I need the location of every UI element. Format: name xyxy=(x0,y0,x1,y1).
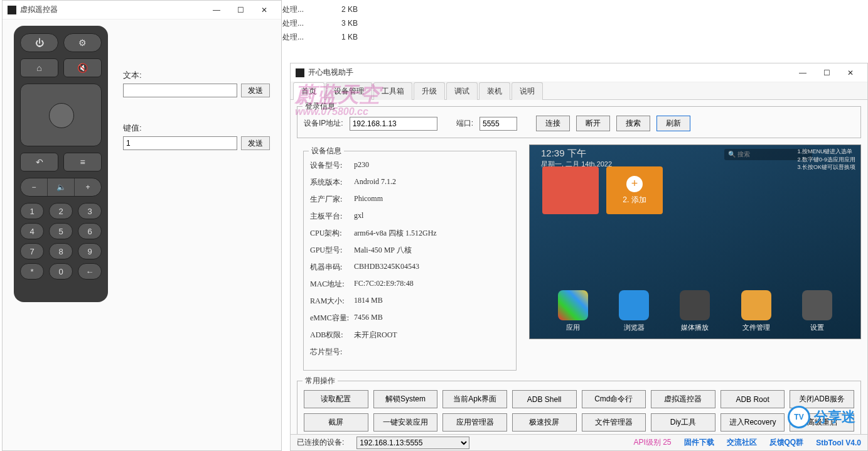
device-info-legend: 设备信息 xyxy=(309,146,344,156)
tab-toolbox[interactable]: 工具箱 xyxy=(373,82,412,100)
tab-debug[interactable]: 调试 xyxy=(446,82,478,100)
device-info-row: 芯片型号: xyxy=(310,347,510,357)
op-button-8[interactable]: 截屏 xyxy=(304,413,368,432)
numpad-0[interactable]: 0 xyxy=(49,263,73,280)
close-button[interactable]: ✕ xyxy=(839,63,862,82)
status-bar: 已连接的设备: 192.168.1.13:5555 API级别 25 固件下载 … xyxy=(291,434,867,450)
op-button-9[interactable]: 一键安装应用 xyxy=(373,413,438,432)
op-button-5[interactable]: 虚拟遥控器 xyxy=(651,390,715,408)
device-info-row: 机器串码:CBHDB3245K04543 xyxy=(310,262,510,273)
tab-upgrade[interactable]: 升级 xyxy=(414,82,445,100)
op-button-10[interactable]: 应用管理器 xyxy=(442,413,507,432)
dpad-ok-button[interactable] xyxy=(49,103,74,128)
login-group: 登录信息 设备IP地址: 端口: 连接 断开 搜索 刷新 xyxy=(297,106,861,138)
back-button[interactable]: ↶ xyxy=(20,153,58,171)
power-button[interactable]: ⏻ xyxy=(20,33,58,52)
numpad-2[interactable]: 2 xyxy=(49,203,73,219)
device-info-row: 主板平台:gxl xyxy=(310,211,510,222)
maximize-button[interactable]: ☐ xyxy=(228,1,252,19)
connect-button[interactable]: 连接 xyxy=(536,116,570,131)
tab-home[interactable]: 首页 xyxy=(293,82,324,100)
tab-help[interactable]: 说明 xyxy=(512,82,543,100)
home-button[interactable]: ⌂ xyxy=(20,58,58,77)
op-button-11[interactable]: 极速投屏 xyxy=(512,413,577,432)
op-button-14[interactable]: 进入Recovery xyxy=(721,413,785,432)
numpad-7[interactable]: 7 xyxy=(20,243,44,259)
op-button-1[interactable]: 解锁System xyxy=(373,390,438,408)
minimize-button[interactable]: — xyxy=(791,63,815,82)
device-info-row: 系统版本:Android 7.1.2 xyxy=(310,177,510,188)
op-button-2[interactable]: 当前Apk界面 xyxy=(442,390,507,408)
helper-titlebar[interactable]: 开心电视助手 — ☐ ✕ xyxy=(291,63,867,82)
maximize-button[interactable]: ☐ xyxy=(815,63,839,82)
connected-device-select[interactable]: 192.168.1.13:5555 xyxy=(356,437,469,449)
device-info-row: CPU架构:arm64-v8a 四核 1.512GHz xyxy=(310,228,510,239)
volume-down-button[interactable]: − xyxy=(21,178,47,196)
op-button-0[interactable]: 读取配置 xyxy=(304,390,368,408)
text-send-button[interactable]: 发送 xyxy=(241,84,270,97)
link-community[interactable]: 交流社区 xyxy=(727,437,757,448)
helper-title: 开心电视助手 xyxy=(308,67,791,78)
tv-helper-window: 开心电视助手 — ☐ ✕ 首页 设备管理 工具箱 升级 调试 装机 说明 登录信… xyxy=(290,63,868,451)
tile-add: + 2. 添加 xyxy=(606,166,663,214)
dpad[interactable] xyxy=(20,84,102,146)
numpad-9[interactable]: 9 xyxy=(78,243,102,259)
remote-title: 虚拟遥控器 xyxy=(20,4,205,15)
numpad-4[interactable]: 4 xyxy=(20,223,44,239)
link-firmware[interactable]: 固件下载 xyxy=(684,437,714,448)
ip-label: 设备IP地址: xyxy=(304,118,343,129)
share-watermark: TV 分享迷 xyxy=(788,406,855,428)
device-screenshot[interactable]: 12:39 下午 星期一, 二月 14th,2022 🔍 搜索 1.按MENU键… xyxy=(529,144,861,339)
op-button-3[interactable]: ADB Shell xyxy=(512,390,577,408)
numpad-6[interactable]: 6 xyxy=(78,223,102,239)
plus-icon: + xyxy=(626,176,643,192)
op-button-13[interactable]: Diy工具 xyxy=(651,413,715,432)
keycode-input[interactable] xyxy=(123,136,237,150)
numpad-backspace[interactable]: ← xyxy=(78,263,102,280)
text-input[interactable] xyxy=(123,84,237,97)
op-button-6[interactable]: ADB Root xyxy=(721,390,785,408)
refresh-button[interactable]: 刷新 xyxy=(656,116,690,131)
screenshot-dock: 应用 浏览器 媒体播放 文件管理 设置 xyxy=(530,290,860,332)
minimize-button[interactable]: — xyxy=(205,1,228,19)
tab-install[interactable]: 装机 xyxy=(479,82,510,100)
device-info-row: MAC地址:FC:7C:02:E9:78:48 xyxy=(310,279,510,290)
volume-bar: − 🔈 + xyxy=(20,178,102,197)
common-ops-group: 常用操作 读取配置解锁System当前Apk界面ADB ShellCmd命令行虚… xyxy=(297,381,861,438)
device-info-row: 设备型号:p230 xyxy=(310,160,510,171)
volume-up-button[interactable]: + xyxy=(74,178,101,196)
volume-icon[interactable]: 🔈 xyxy=(47,178,74,196)
device-info-row: GPU型号:Mali-450 MP 八核 xyxy=(310,245,510,256)
numpad-5[interactable]: 5 xyxy=(49,223,73,239)
port-label: 端口: xyxy=(456,118,473,129)
device-info-row: ADB权限:未开启ROOT xyxy=(310,330,510,340)
search-button[interactable]: 搜索 xyxy=(616,116,650,131)
close-button[interactable]: ✕ xyxy=(252,1,276,19)
device-info-row: eMMC容量:7456 MB xyxy=(310,313,510,323)
numpad-star[interactable]: * xyxy=(20,263,44,280)
menu-button[interactable]: ≡ xyxy=(63,153,102,171)
op-button-4[interactable]: Cmd命令行 xyxy=(582,390,646,408)
app-icon xyxy=(8,6,16,14)
connected-label: 已连接的设备: xyxy=(297,437,344,448)
ip-input[interactable] xyxy=(350,117,437,131)
numpad-1[interactable]: 1 xyxy=(20,203,44,219)
mute-button[interactable]: 🔇 xyxy=(63,58,102,77)
keycode-send-button[interactable]: 发送 xyxy=(241,136,270,150)
disconnect-button[interactable]: 断开 xyxy=(576,116,610,131)
port-input[interactable] xyxy=(480,117,517,131)
background-file-list: 处理...2 KB 处理...3 KB 处理...1 KB xyxy=(282,3,358,44)
numpad-8[interactable]: 8 xyxy=(49,243,73,259)
numpad-3[interactable]: 3 xyxy=(78,203,102,219)
app-icon xyxy=(296,68,304,77)
screenshot-clock: 12:39 下午 星期一, 二月 14th,2022 xyxy=(541,148,612,169)
login-legend: 登录信息 xyxy=(303,101,338,112)
keycode-label: 键值: xyxy=(123,122,270,134)
link-feedback[interactable]: 反馈QQ群 xyxy=(769,437,804,448)
op-button-12[interactable]: 文件管理器 xyxy=(582,413,646,432)
virtual-remote-window: 虚拟遥控器 — ☐ ✕ ⏻ ⚙ ⌂ 🔇 ↶ ≡ − 🔈 + xyxy=(2,0,282,451)
tab-device-mgmt[interactable]: 设备管理 xyxy=(326,82,372,100)
remote-titlebar[interactable]: 虚拟遥控器 — ☐ ✕ xyxy=(3,1,281,19)
screenshot-hints: 1.按MENU键进入选单 2.数字键0-9选应用应用 3.长按OK键可以普换项 xyxy=(797,148,855,171)
settings-gear-button[interactable]: ⚙ xyxy=(63,33,102,52)
